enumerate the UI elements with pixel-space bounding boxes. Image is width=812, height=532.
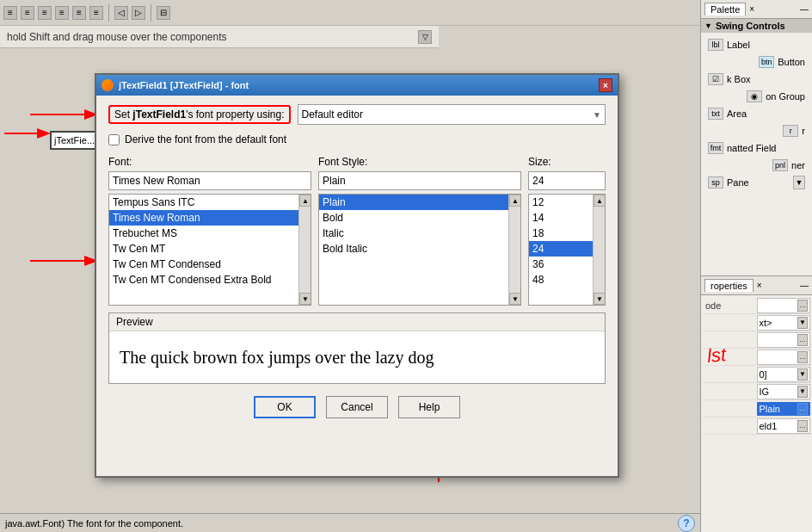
- prop-dropdown-icon-4[interactable]: ▼: [797, 368, 808, 380]
- preview-section: Preview The quick brown fox jumps over t…: [108, 312, 606, 384]
- prop-value-5[interactable]: IG▼: [757, 384, 811, 399]
- prop-value-1[interactable]: xt>▼: [757, 315, 811, 331]
- font-item-tempus[interactable]: Tempus Sans ITC: [109, 195, 311, 210]
- size-list-wrapper: 12 14 18 24 36 48 ▲ ▼: [528, 194, 606, 306]
- size-input[interactable]: [528, 171, 606, 190]
- nav-forward-icon[interactable]: ▷: [132, 6, 145, 20]
- scrollbar-up-btn[interactable]: ▲: [299, 195, 311, 207]
- nav-back-icon[interactable]: ◁: [114, 6, 128, 20]
- prop-dropdown-icon-5[interactable]: ▼: [797, 386, 808, 398]
- font-item-twcen-cond[interactable]: Tw Cen MT Condensed: [109, 257, 311, 272]
- toolbar-icon-2[interactable]: ≡: [21, 6, 34, 20]
- palette-item-radio[interactable]: ◉ on Group: [704, 88, 809, 105]
- prop-value-2[interactable]: …: [757, 332, 811, 348]
- help-button[interactable]: Help: [398, 396, 460, 418]
- font-item-twcen[interactable]: Tw Cen MT: [109, 241, 311, 257]
- palette-item-textarea[interactable]: txt Area: [704, 105, 809, 122]
- prop-label-7: [703, 425, 757, 427]
- size-scrollbar-down[interactable]: ▼: [594, 293, 606, 305]
- toolbar-icon-3[interactable]: ≡: [38, 6, 52, 20]
- size-scrollbar-track: [594, 207, 605, 293]
- item-button-text: Button: [778, 57, 805, 67]
- property-row: Set jTextField1's font property using: D…: [108, 104, 606, 125]
- dialog-titlebar: jTextField1 [JTextField] - font ×: [96, 75, 618, 96]
- preview-label: Preview: [109, 313, 605, 331]
- prop-value-6-plain[interactable]: Plain …: [757, 402, 811, 416]
- prop-label-2: [703, 339, 757, 341]
- palette-item-label[interactable]: lbl Label: [704, 36, 809, 53]
- prop-tab-label: roperties: [710, 281, 747, 291]
- palette-minimize-btn[interactable]: —: [800, 4, 809, 14]
- style-item-bold[interactable]: Bold: [319, 210, 520, 226]
- scrollbar-down-btn[interactable]: ▼: [299, 293, 311, 305]
- hint-close-icon[interactable]: ▽: [418, 30, 432, 44]
- size-list-scrollbar: ▲ ▼: [593, 195, 605, 305]
- section-collapse-icon: ▼: [704, 22, 712, 30]
- font-item-trebuchet[interactable]: Trebuchet MS: [109, 226, 311, 241]
- properties-tab[interactable]: roperties: [704, 279, 754, 292]
- prop-row-1: xt>▼: [703, 314, 810, 331]
- font-input[interactable]: [108, 171, 311, 190]
- item-pane-text: Pane: [727, 177, 749, 188]
- style-scrollbar-up[interactable]: ▲: [509, 195, 521, 207]
- editor-select[interactable]: Default editor ▼: [298, 104, 606, 125]
- radio-palette-icon: ◉: [747, 90, 762, 102]
- prop-close-btn[interactable]: ×: [757, 281, 762, 290]
- toolbar-icon-6[interactable]: ≡: [89, 6, 103, 20]
- button-icon: btn: [759, 56, 774, 68]
- checkbox-palette-icon: ☑: [708, 73, 723, 85]
- item-label-text: Label: [727, 40, 750, 50]
- dialog-content: Set jTextField1's font property using: D…: [96, 96, 618, 427]
- palette-item-button[interactable]: btn Button: [704, 53, 809, 71]
- cancel-button[interactable]: Cancel: [326, 396, 388, 418]
- prop-value-btn-2[interactable]: …: [797, 334, 808, 346]
- font-item-times[interactable]: Times New Roman: [109, 210, 311, 226]
- prop-dropdown-icon-1[interactable]: ▼: [797, 317, 808, 329]
- prop-value-btn-7[interactable]: …: [797, 420, 808, 432]
- palette-close-btn[interactable]: ×: [749, 4, 754, 14]
- palette-item-checkbox[interactable]: ☑ k Box: [704, 71, 809, 88]
- prop-value-btn-3[interactable]: …: [797, 351, 808, 363]
- font-style-col: Font Style: Plain Bold Italic Bold Itali…: [318, 156, 521, 306]
- palette-item-r[interactable]: r r: [704, 122, 809, 139]
- help-circle-btn[interactable]: ?: [678, 515, 695, 532]
- prop-intro: Set: [114, 108, 132, 121]
- dialog-title-text: jTextField1 [JTextField] - font: [119, 80, 249, 90]
- toolbar-icon-5[interactable]: ≡: [72, 6, 86, 20]
- item-formatted-text: natted Field: [727, 143, 776, 153]
- palette-tab[interactable]: Palette: [704, 3, 746, 15]
- style-scrollbar-down[interactable]: ▼: [509, 293, 521, 305]
- checkbox-label: Derive the font from the default font: [125, 133, 286, 145]
- prop-value-0[interactable]: …: [757, 298, 811, 313]
- prop-value-4[interactable]: 0]▼: [757, 367, 811, 382]
- dialog-close-btn[interactable]: ×: [599, 78, 612, 92]
- prop-row-5: IG▼: [703, 383, 810, 400]
- nav-up-icon[interactable]: ⊟: [157, 6, 170, 20]
- palette-item-ner[interactable]: pnl ner: [704, 157, 809, 174]
- item-r-text: r: [802, 126, 805, 136]
- toolbar-icon-4[interactable]: ≡: [55, 6, 69, 20]
- derive-font-checkbox[interactable]: [108, 134, 120, 145]
- style-item-plain[interactable]: Plain: [319, 195, 520, 210]
- palette-item-pane[interactable]: sp Pane ▼: [704, 174, 809, 191]
- prop-value-3[interactable]: …: [757, 350, 811, 365]
- prop-value-btn-0[interactable]: …: [797, 300, 808, 312]
- item-checkbox-text: k Box: [727, 74, 751, 84]
- prop-dropdown-icon-6[interactable]: …: [797, 403, 808, 415]
- prop-minimize-btn[interactable]: —: [800, 281, 809, 290]
- style-list-wrapper: Plain Bold Italic Bold Italic ▲ ▼: [318, 194, 521, 306]
- ok-button[interactable]: OK: [254, 396, 316, 418]
- style-scrollbar-track: [509, 207, 520, 293]
- prop-row-2: …: [703, 331, 810, 349]
- size-scrollbar-up[interactable]: ▲: [594, 195, 606, 207]
- prop-value-7[interactable]: eld1…: [757, 418, 811, 434]
- label-icon: lbl: [708, 39, 723, 51]
- style-item-bold-italic[interactable]: Bold Italic: [319, 241, 520, 257]
- style-item-italic[interactable]: Italic: [319, 226, 520, 241]
- toolbar-icon-1[interactable]: ≡: [3, 6, 17, 20]
- swing-controls-section[interactable]: ▼ Swing Controls: [701, 19, 812, 33]
- palette-item-formatted[interactable]: fmt natted Field: [704, 139, 809, 157]
- pane-dropdown-icon[interactable]: ▼: [793, 176, 805, 189]
- style-input[interactable]: [318, 171, 521, 190]
- font-item-twcen-cond-extra[interactable]: Tw Cen MT Condensed Extra Bold: [109, 272, 311, 288]
